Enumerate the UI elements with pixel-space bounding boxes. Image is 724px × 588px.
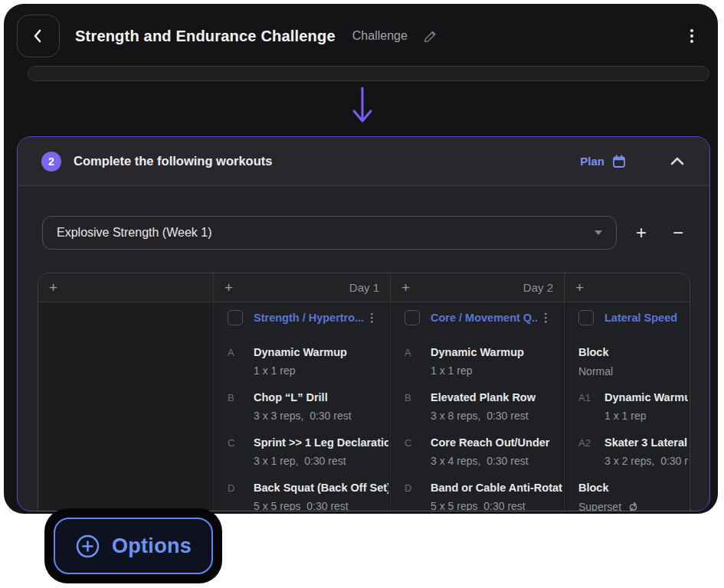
board-column-day3: Lateral Speed / Ply Block Normal A1 Dyna… bbox=[565, 302, 690, 511]
exercise-name: Dynamic Warmup bbox=[604, 390, 688, 405]
previous-step-card[interactable] bbox=[28, 66, 709, 81]
exercise-row[interactable]: A2 Skater 3 Lateral Ho 3 x 2 reps, 0:30 … bbox=[578, 429, 683, 474]
exercise-detail: 1 x 1 rep bbox=[604, 408, 688, 423]
add-workout-button[interactable]: + bbox=[224, 279, 233, 296]
workout-card: Strength / Hypertro... ⋮ A Dynamic Warmu… bbox=[215, 304, 388, 511]
workout-title-link[interactable]: Core / Movement Q... bbox=[431, 312, 537, 324]
block-label: Block bbox=[578, 345, 613, 360]
exercise-tag: B bbox=[405, 390, 431, 429]
exercise-detail: 3 x 4 reps, 0:30 rest bbox=[431, 453, 550, 469]
options-button-highlight-ring: Options bbox=[44, 508, 222, 583]
exercise-name: Dynamic Warmup bbox=[431, 345, 524, 360]
exercise-detail: 1 x 1 rep bbox=[431, 363, 524, 378]
exercise-tag: A1 bbox=[578, 390, 604, 429]
page-title: Strength and Endurance Challenge bbox=[75, 28, 336, 45]
program-select[interactable]: Explosive Strength (Week 1) bbox=[42, 216, 617, 250]
block-type: Superset bbox=[578, 499, 639, 511]
workout-checkbox[interactable] bbox=[405, 310, 420, 325]
pencil-icon[interactable] bbox=[421, 28, 438, 44]
exercise-name: Sprint >> 1 Leg Declarations bbox=[254, 435, 388, 450]
exercise-name: Band or Cable Anti-Rotati... bbox=[431, 480, 562, 495]
exercise-tag: D bbox=[228, 480, 254, 511]
back-button[interactable] bbox=[17, 15, 60, 57]
page-type-label: Challenge bbox=[352, 29, 408, 43]
program-select-value: Explosive Strength (Week 1) bbox=[57, 226, 211, 240]
options-button[interactable]: Options bbox=[54, 518, 213, 574]
workout-title-link[interactable]: Strength / Hypertro... bbox=[254, 312, 363, 324]
workout-card: Lateral Speed / Ply Block Normal A1 Dyna… bbox=[566, 304, 688, 511]
add-workout-button[interactable]: + bbox=[401, 279, 410, 296]
workout-title-link[interactable]: Lateral Speed / Ply bbox=[604, 312, 680, 324]
exercise-name: Skater 3 Lateral Ho bbox=[604, 435, 688, 450]
exercise-detail: 5 x 5 reps 0:30 rest bbox=[254, 498, 388, 511]
exercise-detail: 3 x 2 reps, 0:30 re bbox=[604, 453, 688, 469]
plus-circle-icon bbox=[75, 534, 100, 559]
block-header: Block Normal bbox=[578, 338, 683, 384]
exercise-detail: 3 x 3 reps, 0:30 rest bbox=[254, 408, 352, 423]
workout-kebab-icon[interactable]: ⋮ bbox=[537, 311, 555, 325]
board-header-row: + + Day 1 + Day 2 + bbox=[38, 273, 690, 302]
collapse-panel-button[interactable] bbox=[667, 152, 688, 170]
exercise-row[interactable]: A1 Dynamic Warmup 1 x 1 rep bbox=[578, 384, 683, 429]
exercise-tag: D bbox=[405, 480, 431, 511]
repeat-icon bbox=[627, 501, 639, 512]
workout-kebab-icon[interactable]: ⋮ bbox=[363, 311, 381, 325]
exercise-row[interactable]: B Elevated Plank Row 3 x 8 reps, 0:30 re… bbox=[405, 384, 558, 429]
board-column-day1: Strength / Hypertro... ⋮ A Dynamic Warmu… bbox=[214, 302, 391, 511]
exercise-row[interactable]: A Dynamic Warmup 1 x 1 rep bbox=[228, 338, 384, 384]
flow-down-arrow-icon bbox=[350, 86, 375, 132]
exercise-detail: 5 x 5 reps 0:30 rest bbox=[431, 498, 562, 511]
workouts-board: + + Day 1 + Day 2 + bbox=[38, 273, 690, 511]
board-column-empty bbox=[38, 302, 214, 511]
caret-down-icon bbox=[595, 230, 602, 235]
exercise-row[interactable]: C Core Reach Out/Under 3 x 4 reps, 0:30 … bbox=[405, 429, 558, 474]
add-program-button[interactable]: + bbox=[629, 221, 654, 246]
top-header: Strength and Endurance Challenge Challen… bbox=[4, 4, 718, 64]
add-workout-button[interactable]: + bbox=[575, 279, 584, 296]
exercise-tag: B bbox=[228, 390, 254, 429]
step-number-badge: 2 bbox=[41, 152, 61, 172]
day-label: Day 1 bbox=[349, 281, 379, 294]
board-body: Strength / Hypertro... ⋮ A Dynamic Warmu… bbox=[38, 302, 690, 511]
exercise-tag: C bbox=[228, 435, 254, 474]
kebab-menu-icon[interactable] bbox=[686, 24, 698, 47]
exercise-name: Dynamic Warmup bbox=[254, 345, 347, 360]
step-panel: 2 Complete the following workouts Plan bbox=[17, 136, 710, 511]
day-label: Day 2 bbox=[523, 281, 553, 294]
exercise-tag: C bbox=[405, 435, 431, 474]
exercise-detail: 1 x 1 rep bbox=[254, 363, 347, 378]
block-label: Block bbox=[578, 480, 639, 495]
exercise-detail: 3 x 1 rep, 0:30 rest bbox=[254, 453, 388, 469]
exercise-row[interactable]: A Dynamic Warmup 1 x 1 rep bbox=[405, 338, 558, 384]
step-title: Complete the following workouts bbox=[74, 154, 272, 168]
block-header: Block Superset bbox=[578, 474, 683, 511]
calendar-icon bbox=[611, 154, 627, 169]
workout-checkbox[interactable] bbox=[228, 310, 243, 325]
block-type: Normal bbox=[578, 364, 613, 379]
exercise-tag: A bbox=[228, 345, 254, 384]
exercise-row[interactable]: B Chop “L” Drill 3 x 3 reps, 0:30 rest bbox=[228, 384, 384, 429]
exercise-name: Core Reach Out/Under bbox=[431, 435, 550, 450]
board-column-day2: Core / Movement Q... ⋮ A Dynamic Warmup … bbox=[391, 302, 565, 511]
plan-button[interactable]: Plan bbox=[580, 154, 627, 169]
plan-button-label: Plan bbox=[580, 155, 604, 168]
step-panel-header: 2 Complete the following workouts Plan bbox=[18, 137, 709, 186]
add-workout-button[interactable]: + bbox=[49, 279, 57, 296]
chevron-up-icon bbox=[670, 155, 685, 167]
options-button-label: Options bbox=[112, 534, 192, 558]
exercise-row[interactable]: D Band or Cable Anti-Rotati... 5 x 5 rep… bbox=[405, 474, 558, 511]
exercise-row[interactable]: C Sprint >> 1 Leg Declarations 3 x 1 rep… bbox=[228, 429, 384, 474]
app-window: Strength and Endurance Challenge Challen… bbox=[4, 4, 718, 514]
chevron-left-icon bbox=[28, 26, 48, 46]
exercise-row[interactable]: D Back Squat (Back Off Set) 5 x 5 reps 0… bbox=[228, 474, 384, 511]
remove-program-button[interactable]: − bbox=[666, 221, 690, 246]
exercise-name: Elevated Plank Row bbox=[431, 390, 536, 405]
exercise-tag: A bbox=[405, 345, 431, 384]
workout-checkbox[interactable] bbox=[578, 310, 594, 325]
exercise-tag: A2 bbox=[578, 435, 604, 474]
exercise-name: Back Squat (Back Off Set) bbox=[254, 480, 388, 495]
exercise-detail: 3 x 8 reps, 0:30 rest bbox=[431, 408, 536, 423]
workout-card: Core / Movement Q... ⋮ A Dynamic Warmup … bbox=[392, 304, 562, 511]
exercise-name: Chop “L” Drill bbox=[254, 390, 352, 405]
